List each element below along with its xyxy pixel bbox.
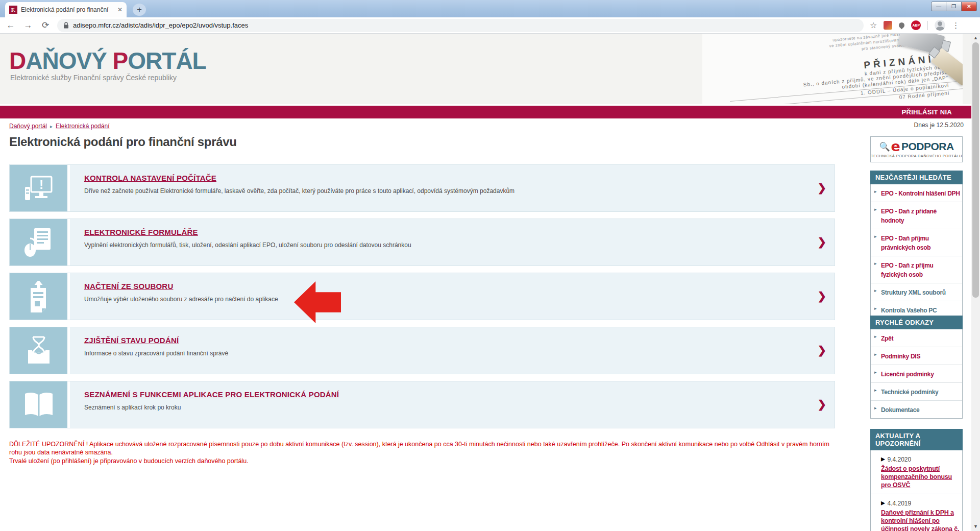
menu-item-title-link[interactable]: ZJIŠTĚNÍ STAVU PODÁNÍ — [84, 336, 179, 345]
menu-item-description: Umožňuje výběr uloženého souboru z adres… — [84, 296, 804, 303]
sidebar-item-technicke-podminky[interactable]: ▸ Technické podmínky — [871, 383, 962, 401]
sidebar-link[interactable]: Podmínky DIS — [881, 353, 920, 360]
browser-toolbar: ← → ⟳ adisepo.mfcr.cz/adistc/adis/idpr_e… — [0, 17, 980, 34]
sidebar-link[interactable]: Struktury XML souborů — [881, 289, 946, 296]
adblock-icon[interactable]: ABP — [911, 20, 921, 30]
browser-tab[interactable]: F. Elektronická podání pro finanční ✕ — [5, 2, 127, 17]
url-text[interactable]: adisepo.mfcr.cz/adistc/adis/idpr_epo/epo… — [73, 21, 248, 29]
open-book-icon — [10, 381, 67, 428]
news-link[interactable]: Daňové přiznání k DPH a kontrolní hlášen… — [881, 509, 960, 531]
epodpora-banner[interactable]: 🔍 e PODPORA TECHNICKÁ PODPORA DAŇOVÉHO P… — [870, 136, 963, 162]
menu-item-description: Vyplnění elektronických formulářů, tisk,… — [84, 242, 804, 249]
bookmark-star-icon[interactable]: ☆ — [870, 20, 877, 30]
sidebar-item-epo-dpfo[interactable]: ▸ EPO - Daň z příjmu fyzických osob — [871, 256, 962, 283]
sidebar-item-licencni-podminky[interactable]: ▸ Licenční podmínky — [871, 365, 962, 383]
menu-item-title-link[interactable]: SEZNÁMENÍ S FUNKCEMI APLIKACE PRO ELEKTR… — [84, 390, 339, 399]
file-upload-icon — [10, 273, 67, 320]
arrow-right-icon: ▸ — [881, 498, 885, 507]
news-box: AKTUALITY A UPOZORNĚNÍ ▸ 9.4.2020 Žádost… — [870, 429, 963, 531]
forward-icon[interactable]: → — [22, 20, 34, 31]
back-icon[interactable]: ← — [5, 20, 16, 31]
new-tab-button[interactable]: + — [133, 4, 146, 16]
chevron-right-icon[interactable]: ❯ — [817, 344, 826, 356]
site-logo-subtitle: Elektronické služby Finanční správy Česk… — [10, 74, 177, 82]
sidebar-link[interactable]: Kontrola Vašeho PC — [881, 307, 937, 314]
tab-close-icon[interactable]: ✕ — [117, 6, 122, 13]
most-searched-header: NEJČASTĚJI HLEDÁTE — [870, 171, 963, 184]
computer-check-icon: ! — [10, 165, 67, 211]
login-nia-button[interactable]: PŘIHLÁSIT NIA — [901, 108, 952, 116]
page-viewport: DAŇOVÝ PORTÁL Elektronické služby Finanč… — [0, 34, 980, 531]
sidebar-link[interactable]: EPO - Kontrolní hlášení DPH — [881, 190, 960, 197]
arrow-right-icon: ▸ — [874, 234, 877, 239]
news-link[interactable]: Žádost o poskytnutí kompenzačního bonusu… — [881, 465, 960, 489]
sidebar-item-epo-kontrolni-hlaseni[interactable]: ▸ EPO - Kontrolní hlášení DPH — [871, 184, 962, 202]
sidebar-item-zpet[interactable]: ▸ Zpět — [871, 329, 962, 347]
chevron-right-icon[interactable]: ❯ — [817, 398, 826, 411]
sidebar-link[interactable]: EPO - Daň z přidané hodnoty — [881, 208, 937, 224]
menu-item-zjisteni-stavu[interactable]: ZJIŠTĚNÍ STAVU PODÁNÍ Informace o stavu … — [9, 327, 835, 374]
arrow-right-icon: ▸ — [874, 189, 877, 194]
breadcrumb-home-link[interactable]: Daňový portál — [9, 123, 47, 130]
arrow-right-icon: ▸ — [881, 454, 885, 463]
sidebar-item-epo-dppo[interactable]: ▸ EPO - Daň příjmu právnických osob — [871, 229, 962, 256]
window-titlebar: F. Elektronická podání pro finanční ✕ + … — [0, 0, 980, 17]
sidebar-link[interactable]: EPO - Daň příjmu právnických osob — [881, 235, 930, 251]
sidebar-link[interactable]: Licenční podmínky — [881, 371, 934, 378]
menu-item-kontrola-nastaveni[interactable]: ! KONTROLA NASTAVENÍ POČÍTAČE Dříve než … — [9, 164, 835, 212]
arrow-right-icon: ▸ — [874, 288, 877, 293]
menu-item-nacteni-ze-souboru[interactable]: NAČTENÍ ZE SOUBORU Umožňuje výběr uložen… — [9, 273, 835, 320]
address-bar[interactable]: adisepo.mfcr.cz/adistc/adis/idpr_epo/epo… — [57, 19, 864, 32]
news-date: 9.4.2020 — [887, 456, 911, 463]
arrow-right-icon: ▸ — [874, 352, 877, 357]
sidebar-item-struktury-xml[interactable]: ▸ Struktury XML souborů — [871, 283, 962, 301]
sidebar-link[interactable]: Dokumentace — [881, 406, 919, 414]
sidebar-item-epo-dph[interactable]: ▸ EPO - Daň z přidané hodnoty — [871, 202, 962, 229]
sidebar-link[interactable]: Technické podmínky — [881, 389, 938, 396]
sidebar-link[interactable]: Zpět — [881, 335, 893, 342]
chevron-right-icon[interactable]: ❯ — [817, 236, 826, 248]
chevron-right-icon[interactable]: ❯ — [817, 182, 826, 194]
scrollbar-thumb[interactable] — [972, 42, 979, 298]
location-pin-icon[interactable] — [898, 21, 906, 30]
sidebar-item-podminky-dis[interactable]: ▸ Podmínky DIS — [871, 347, 962, 365]
menu-item-description: Informace o stavu zpracování podání fina… — [84, 350, 804, 357]
epodpora-caption: TECHNICKÁ PODPORA DAŇOVÉHO PORTÁLU — [871, 154, 962, 158]
page-scrollbar[interactable]: ▲ ▼ — [971, 34, 980, 531]
menu-item-body: SEZNÁMENÍ S FUNKCEMI APLIKACE PRO ELEKTR… — [70, 381, 835, 428]
tax-form-photo: upozorněte na závazně jiné musí k zastup… — [702, 34, 963, 104]
extension-icon[interactable] — [884, 21, 892, 30]
restore-button[interactable]: ❐ — [946, 2, 962, 11]
profile-avatar[interactable] — [935, 20, 945, 31]
sidebar-item-dokumentace[interactable]: ▸ Dokumentace — [871, 401, 962, 418]
menu-item-seznameni[interactable]: SEZNÁMENÍ S FUNKCEMI APLIKACE PRO ELEKTR… — [9, 381, 835, 428]
menu-item-elektronicke-formulare[interactable]: ELEKTRONICKÉ FORMULÁŘE Vyplnění elektron… — [9, 219, 835, 266]
sidebar-link[interactable]: EPO - Daň z příjmu fyzických osob — [881, 262, 934, 278]
menu-item-title-link[interactable]: NAČTENÍ ZE SOUBORU — [84, 282, 173, 291]
scroll-up-icon[interactable]: ▲ — [971, 34, 980, 42]
menu-item-title-link[interactable]: ELEKTRONICKÉ FORMULÁŘE — [84, 228, 198, 236]
breadcrumb-current-link[interactable]: Elektronická podání — [56, 123, 109, 130]
arrow-right-icon: ▸ — [874, 306, 877, 311]
news-item: ▸ 9.4.2020 Žádost o poskytnutí kompenzač… — [871, 450, 962, 494]
news-date: 4.4.2019 — [887, 500, 911, 507]
logo-ortal: ORTÁL — [128, 47, 206, 74]
minimize-button[interactable]: — — [931, 2, 946, 11]
tab-title: Elektronická podání pro finanční — [21, 6, 114, 13]
news-header-line: AKTUALITY A — [875, 432, 963, 440]
chevron-right-icon[interactable]: ❯ — [817, 290, 826, 302]
news-item: ▸ 4.4.2019 Daňové přiznání k DPH a kontr… — [871, 494, 962, 531]
close-button[interactable]: ✕ — [962, 2, 977, 11]
menu-kebab-icon[interactable]: ⋮ — [952, 21, 960, 30]
svg-text:!: ! — [39, 178, 43, 191]
arrow-right-icon: ▸ — [874, 261, 877, 266]
site-logo[interactable]: DAŇOVÝ PORTÁL — [9, 47, 206, 75]
menu-item-body: ELEKTRONICKÉ FORMULÁŘE Vyplnění elektron… — [70, 219, 835, 266]
scroll-down-icon[interactable]: ▼ — [971, 522, 980, 531]
menu-item-title-link[interactable]: KONTROLA NASTAVENÍ POČÍTAČE — [84, 174, 216, 182]
current-date: Dnes je 12.5.2020 — [914, 122, 964, 129]
login-bar: PŘIHLÁSIT NIA — [0, 106, 971, 118]
hourglass-tray-icon — [10, 327, 67, 374]
reload-icon[interactable]: ⟳ — [40, 20, 51, 31]
arrow-right-icon: ▸ — [874, 334, 877, 339]
